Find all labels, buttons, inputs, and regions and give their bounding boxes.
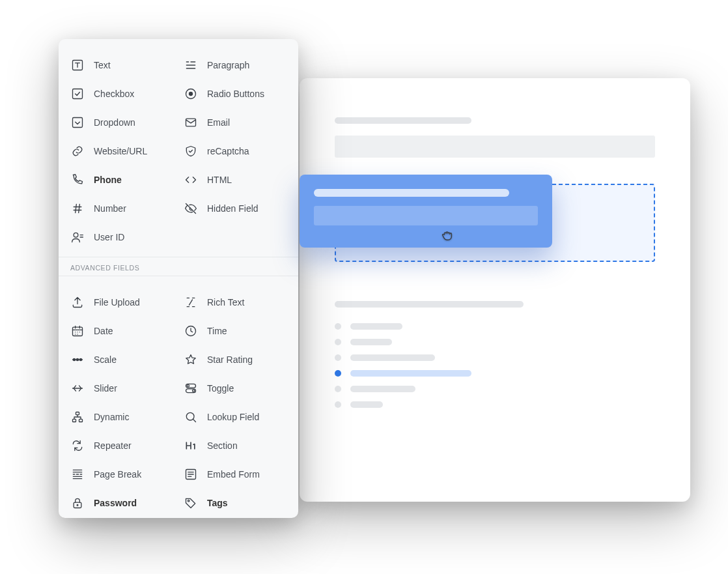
radio-icon bbox=[184, 87, 198, 101]
form-canvas bbox=[300, 78, 690, 502]
placeholder-bar bbox=[350, 323, 402, 330]
field-type-label: Email bbox=[207, 117, 230, 128]
dragging-field-card[interactable] bbox=[300, 175, 552, 248]
field-type-slider[interactable]: Slider bbox=[65, 375, 178, 401]
field-type-checkbox[interactable]: Checkbox bbox=[65, 81, 178, 107]
link-icon bbox=[70, 144, 85, 158]
field-type-label: Hidden Field bbox=[207, 203, 259, 214]
field-type-text[interactable]: Text bbox=[65, 52, 178, 78]
hash-icon bbox=[70, 201, 85, 216]
field-type-label: Section bbox=[207, 440, 238, 451]
paragraph-icon bbox=[184, 58, 198, 72]
field-type-star[interactable]: Star Rating bbox=[178, 347, 292, 373]
field-type-label: Phone bbox=[94, 175, 122, 185]
placeholder-radio-option bbox=[335, 339, 655, 345]
hidden-icon bbox=[184, 201, 198, 216]
text-icon bbox=[70, 58, 85, 72]
field-type-phone[interactable]: Phone bbox=[65, 167, 178, 193]
code-icon bbox=[184, 173, 198, 187]
search-icon bbox=[184, 410, 198, 424]
field-type-label: Website/URL bbox=[94, 146, 147, 156]
field-type-recaptcha[interactable]: reCaptcha bbox=[178, 138, 292, 164]
field-type-pagebreak[interactable]: Page Break bbox=[65, 461, 178, 487]
field-type-url[interactable]: Website/URL bbox=[65, 138, 178, 164]
placeholder-bar bbox=[350, 401, 383, 408]
field-type-password[interactable]: Password bbox=[65, 490, 178, 516]
placeholder-bar bbox=[350, 354, 435, 361]
field-type-panel: TextParagraphCheckboxRadio ButtonsDropdo… bbox=[59, 39, 298, 518]
radio-dot-icon bbox=[335, 401, 341, 408]
field-type-label: Number bbox=[94, 203, 126, 214]
placeholder-radio-option bbox=[335, 323, 655, 330]
placeholder-radio-option bbox=[335, 386, 655, 392]
pagebreak-icon bbox=[70, 467, 85, 481]
grab-cursor-icon bbox=[440, 228, 455, 245]
field-type-richtext[interactable]: Rich Text bbox=[178, 289, 292, 315]
field-type-label: Embed Form bbox=[207, 469, 260, 480]
radio-dot-icon bbox=[335, 323, 341, 330]
field-type-label: Page Break bbox=[94, 469, 141, 480]
placeholder-bar bbox=[350, 370, 471, 377]
scale-icon bbox=[70, 352, 85, 367]
field-type-number[interactable]: Number bbox=[65, 195, 178, 222]
field-type-lookup[interactable]: Lookup Field bbox=[178, 404, 292, 430]
field-type-tags[interactable]: Tags bbox=[178, 490, 292, 516]
advanced-fields-header: ADVANCED FIELDS bbox=[59, 257, 298, 276]
field-type-label: Paragraph bbox=[207, 60, 249, 70]
placeholder-title bbox=[335, 117, 471, 124]
drag-placeholder-label bbox=[314, 189, 509, 197]
dropdown-icon bbox=[70, 115, 85, 130]
richtext-icon bbox=[184, 295, 198, 309]
field-type-label: Time bbox=[207, 326, 227, 336]
phone-icon bbox=[70, 173, 85, 187]
tag-icon bbox=[184, 496, 198, 510]
field-type-label: Lookup Field bbox=[207, 412, 259, 422]
calendar-icon bbox=[70, 324, 85, 338]
radio-dot-icon bbox=[335, 354, 341, 361]
field-type-scale[interactable]: Scale bbox=[65, 347, 178, 373]
field-type-radio[interactable]: Radio Buttons bbox=[178, 81, 292, 107]
repeat-icon bbox=[70, 438, 85, 453]
field-type-hidden[interactable]: Hidden Field bbox=[178, 195, 292, 222]
basic-fields-grid: TextParagraphCheckboxRadio ButtonsDropdo… bbox=[59, 39, 298, 257]
h1-icon bbox=[184, 438, 198, 453]
placeholder-input bbox=[335, 136, 655, 158]
field-type-label: File Upload bbox=[94, 297, 140, 308]
tree-icon bbox=[70, 410, 85, 424]
field-type-label: Radio Buttons bbox=[207, 89, 264, 99]
field-type-embed[interactable]: Embed Form bbox=[178, 461, 292, 487]
field-type-label: Slider bbox=[94, 383, 117, 394]
field-type-userid[interactable]: User ID bbox=[65, 224, 178, 250]
placeholder-radio-option bbox=[335, 401, 655, 408]
embed-icon bbox=[184, 467, 198, 481]
field-type-label: Date bbox=[94, 326, 113, 336]
advanced-fields-grid: File UploadRich TextDateTimeScaleStar Ra… bbox=[59, 276, 298, 518]
placeholder-subtitle bbox=[335, 301, 524, 308]
field-type-label: User ID bbox=[94, 232, 124, 242]
lock-icon bbox=[70, 496, 85, 510]
placeholder-radio-option bbox=[335, 370, 655, 377]
field-type-date[interactable]: Date bbox=[65, 318, 178, 344]
field-type-label: Star Rating bbox=[207, 354, 253, 365]
radio-dot-icon bbox=[335, 339, 341, 345]
field-type-time[interactable]: Time bbox=[178, 318, 292, 344]
field-type-label: Dynamic bbox=[94, 412, 129, 422]
toggle-icon bbox=[184, 381, 198, 395]
user-icon bbox=[70, 230, 85, 244]
field-type-dynamic[interactable]: Dynamic bbox=[65, 404, 178, 430]
shield-icon bbox=[184, 144, 198, 158]
field-type-email[interactable]: Email bbox=[178, 109, 292, 136]
field-type-dropdown[interactable]: Dropdown bbox=[65, 109, 178, 136]
field-type-label: Tags bbox=[207, 498, 228, 508]
field-type-fileupload[interactable]: File Upload bbox=[65, 289, 178, 315]
radio-dot-icon bbox=[335, 370, 341, 377]
field-type-html[interactable]: HTML bbox=[178, 167, 292, 193]
field-type-paragraph[interactable]: Paragraph bbox=[178, 52, 292, 78]
clock-icon bbox=[184, 324, 198, 338]
radio-dot-icon bbox=[335, 386, 341, 392]
field-type-toggle[interactable]: Toggle bbox=[178, 375, 292, 401]
field-type-section[interactable]: Section bbox=[178, 433, 292, 459]
field-type-label: Text bbox=[94, 60, 111, 70]
field-type-repeater[interactable]: Repeater bbox=[65, 433, 178, 459]
field-type-label: Scale bbox=[94, 354, 117, 365]
